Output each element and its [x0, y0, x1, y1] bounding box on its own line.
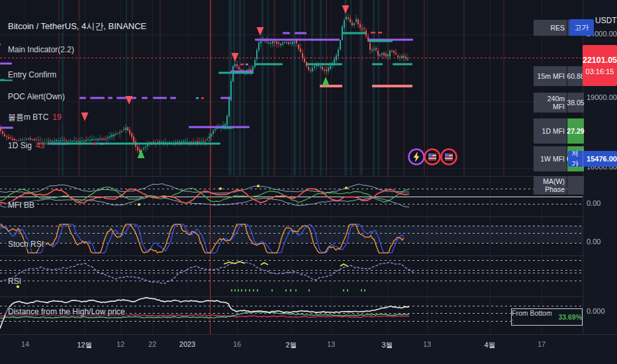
high-price-badge: 고가	[569, 19, 594, 36]
panel-label-distance[interactable]: Distance from the High/Low price	[5, 307, 128, 316]
lightning-icon[interactable]	[409, 150, 424, 165]
time-tick-label[interactable]: 13	[327, 340, 335, 348]
time-tick-label[interactable]: 14	[21, 340, 29, 348]
panel-label-mfi-bb[interactable]: MFI BB	[5, 201, 37, 210]
table-label-cell: 1W MFI	[534, 146, 567, 171]
pane-separator	[0, 255, 617, 256]
table-label-cell: 15m MFI	[534, 66, 567, 86]
time-tick-label[interactable]: 16	[233, 340, 241, 348]
legend-label: 볼륨m BTC	[8, 113, 48, 122]
time-tick-label[interactable]: 12	[117, 340, 124, 348]
table-value-cell	[567, 176, 584, 195]
table-value-cell: 27.29	[567, 118, 584, 144]
bar-countdown: 03:16:15	[586, 68, 614, 75]
legend-label: Main Indicator(2.2)	[8, 45, 74, 54]
flag-icon[interactable]	[425, 150, 440, 165]
last-price-value: 22101.05	[583, 56, 617, 65]
table-value-cell: 60.88	[567, 66, 584, 86]
time-tick-label[interactable]: 13	[423, 340, 431, 348]
legend-label: Entry Confirm	[8, 70, 56, 79]
time-tick-label[interactable]: 2월	[285, 340, 297, 350]
legend-row[interactable]: POC Alert(Own)	[5, 91, 68, 102]
table-header-res: RES	[534, 20, 567, 36]
legend-value: 43	[36, 141, 44, 150]
time-tick-label[interactable]: 4월	[484, 340, 495, 350]
legend: Bitcoin / TetherUS, 4시간, BINANCE Main In…	[5, 20, 150, 33]
time-tick-label[interactable]: 3월	[381, 340, 393, 350]
legend-row[interactable]: 볼륨m BTC19	[5, 111, 65, 124]
time-tick-label[interactable]: 2023	[179, 340, 195, 348]
last-price-badge: 22101.05 03:16:15	[583, 45, 617, 86]
legend-row[interactable]: Entry Confirm	[5, 69, 60, 80]
time-tick-label[interactable]: 17	[538, 340, 546, 348]
pane-separator	[0, 216, 617, 217]
table-row: 240m MFI38.05	[534, 93, 584, 113]
time-tick-label[interactable]: 22	[148, 340, 156, 348]
panel-label-stoch-rsi[interactable]: Stoch RSI	[5, 240, 46, 249]
time-axis[interactable]: 1412월12222023162월133월134월17	[0, 335, 617, 364]
time-tick-label[interactable]: 12월	[77, 340, 92, 350]
table-row: 1D MFI27.29	[534, 118, 584, 144]
table-row: MA(W) Phase	[534, 176, 584, 195]
price-tick-label: 0.00	[583, 199, 617, 207]
legend-value: 19	[52, 113, 61, 122]
from-bottom-box: From Bottom : 33.69%	[511, 308, 583, 326]
pane-separator	[0, 296, 617, 297]
legend-label: POC Alert(Own)	[8, 92, 65, 101]
low-price-value: 15476.00	[583, 155, 617, 163]
panel-label-rsi[interactable]: RSI	[5, 277, 24, 286]
table-value-cell: 38.05	[567, 93, 584, 113]
legend-row[interactable]: 1D Sig43	[5, 140, 48, 151]
tradingview-chart-window: Bitcoin / TetherUS, 4시간, BINANCE Main In…	[0, 0, 617, 364]
price-tick-label: 19000.00	[583, 93, 617, 101]
from-bottom-value: 33.69%	[558, 313, 582, 321]
table-label-cell: MA(W) Phase	[534, 176, 567, 195]
low-price-badge: 저가 15476.00	[568, 151, 617, 167]
currency-label: USDT	[595, 16, 617, 25]
flag-icon[interactable]	[442, 150, 457, 165]
pane-separator	[0, 176, 617, 177]
legend-label: 1D Sig	[8, 141, 32, 150]
table-row: 15m MFI60.88	[534, 66, 584, 86]
price-tick-label: 0.000	[583, 307, 617, 315]
price-tick-label: 0.00	[583, 238, 617, 246]
table-label-cell: 240m MFI	[534, 93, 567, 113]
table-label-cell: 1D MFI	[534, 118, 567, 144]
low-marker-label: 저가	[568, 149, 583, 169]
from-bottom-label: From Bottom :	[512, 309, 555, 325]
symbol-title[interactable]: Bitcoin / TetherUS, 4시간, BINANCE	[5, 20, 150, 33]
legend-row[interactable]: Main Indicator(2.2)	[5, 44, 77, 55]
